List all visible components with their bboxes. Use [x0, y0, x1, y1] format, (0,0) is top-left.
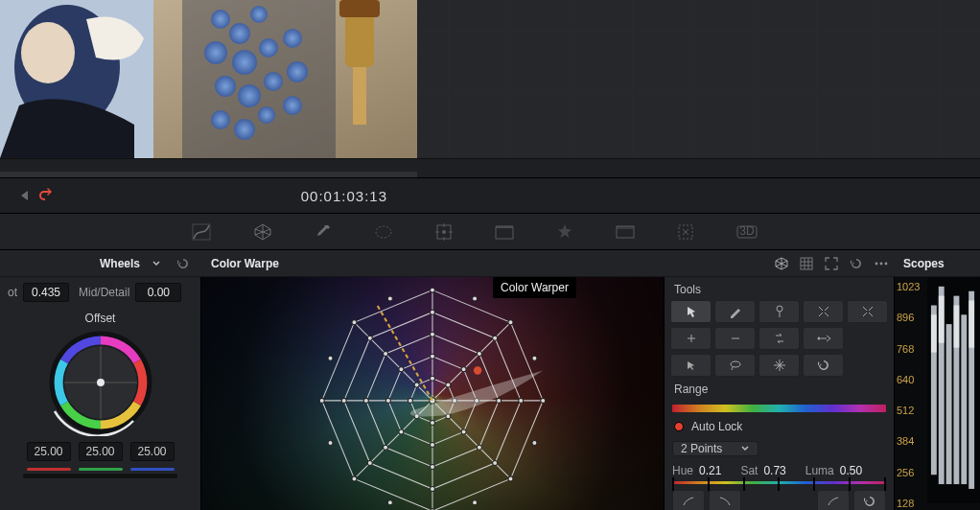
curves-icon[interactable]	[192, 223, 211, 241]
draw-tool-icon[interactable]	[714, 300, 756, 323]
points-dropdown-label: 2 Points	[681, 442, 722, 455]
tracker-icon[interactable]	[435, 223, 453, 241]
more-icon[interactable]	[869, 251, 894, 276]
svg-rect-134	[946, 324, 952, 484]
offset-b-field[interactable]: 25.00	[130, 442, 175, 461]
svg-point-5	[211, 10, 230, 29]
hue-value[interactable]: 0.21	[699, 464, 721, 477]
svg-point-12	[238, 84, 261, 107]
sizing-icon[interactable]	[677, 223, 694, 241]
select-arrow-icon[interactable]	[670, 354, 712, 377]
reset-wheels-icon[interactable]	[171, 251, 196, 276]
wheels-tab[interactable]: Wheels	[90, 257, 150, 270]
svg-point-113	[319, 398, 324, 403]
chevron-down-icon[interactable]	[152, 259, 161, 268]
lasso-icon[interactable]	[714, 354, 756, 377]
mask-ellipse-icon[interactable]	[374, 224, 393, 240]
points-dropdown[interactable]: 2 Points	[672, 441, 758, 456]
autolock-indicator	[674, 422, 684, 431]
offset-g-slider[interactable]	[79, 468, 123, 471]
expand-tool-icon[interactable]	[847, 300, 888, 323]
svg-point-73	[430, 420, 434, 425]
reset-tools-icon[interactable]	[803, 354, 844, 377]
svg-point-53	[885, 262, 888, 265]
offset-master-slider[interactable]	[23, 474, 177, 478]
svg-point-6	[229, 23, 250, 44]
prev-clip-icon[interactable]	[17, 189, 31, 202]
stills-icon[interactable]	[495, 224, 514, 240]
scopes-title: Scopes	[894, 257, 954, 270]
autolock-label[interactable]: Auto Lock	[691, 420, 742, 433]
luma-value[interactable]: 0.50	[840, 464, 862, 477]
reset-range-icon[interactable]	[853, 490, 886, 510]
3d-icon[interactable]: 3D	[736, 225, 758, 239]
sat-value[interactable]: 0.73	[763, 464, 785, 477]
warper-canvas[interactable]	[201, 277, 664, 510]
keyframes-panel-icon[interactable]	[616, 225, 635, 239]
offset-label: Offset	[0, 308, 200, 327]
loop-icon[interactable]	[36, 188, 56, 203]
feather-left-icon[interactable]	[672, 490, 705, 510]
contract-tool-icon[interactable]	[803, 300, 844, 323]
expand-icon[interactable]	[819, 251, 844, 276]
preview-image	[0, 0, 417, 158]
svg-point-118	[474, 366, 481, 374]
timecode-display[interactable]: 00:01:03:13	[301, 188, 387, 204]
svg-point-18	[287, 61, 308, 82]
svg-point-119	[777, 306, 782, 312]
svg-point-59	[97, 379, 105, 386]
param1-label: ot	[8, 286, 17, 299]
hue-label: Hue	[672, 464, 693, 477]
snowflake-lock-icon[interactable]	[758, 354, 800, 377]
svg-point-92	[384, 351, 388, 356]
preview-viewer[interactable]	[0, 0, 417, 158]
svg-rect-4	[182, 0, 336, 158]
svg-point-11	[215, 76, 236, 97]
svg-point-105	[541, 398, 546, 403]
svg-point-114	[328, 356, 333, 360]
pin-tool-icon[interactable]	[758, 300, 800, 323]
svg-point-84	[399, 367, 404, 372]
eyedropper-icon[interactable]	[315, 223, 332, 241]
svg-point-107	[508, 476, 513, 481]
scopes-panel: 1023896 768640 512384 256128	[894, 277, 980, 510]
range-hue-bar[interactable]	[672, 405, 886, 412]
svg-point-116	[387, 296, 392, 301]
svg-point-19	[283, 96, 302, 115]
scope-waveform[interactable]: 1023896 768640 512384 256128	[895, 277, 980, 510]
svg-point-28	[376, 226, 391, 238]
fx-icon[interactable]	[556, 223, 573, 241]
offset-color-wheel[interactable]	[47, 329, 154, 436]
warper-grid-icon[interactable]	[253, 222, 272, 242]
warper-mode-grid-icon[interactable]	[794, 251, 819, 276]
reset-warper-icon[interactable]	[844, 251, 869, 276]
svg-point-82	[399, 429, 404, 434]
remove-point-icon[interactable]	[714, 327, 756, 350]
offset-r-slider[interactable]	[27, 468, 71, 471]
feather-right-icon[interactable]	[709, 490, 741, 510]
warper-mode-hex-icon[interactable]	[769, 251, 794, 276]
scrub-bar[interactable]	[0, 172, 417, 177]
svg-point-110	[387, 500, 392, 505]
node-graph-area[interactable]	[417, 0, 980, 158]
svg-point-126	[731, 361, 740, 367]
swap-icon[interactable]	[758, 327, 800, 350]
svg-point-76	[414, 382, 419, 387]
offset-r-field[interactable]: 25.00	[27, 442, 71, 461]
offset-b-slider[interactable]	[130, 468, 175, 471]
svg-point-89	[430, 465, 434, 470]
svg-point-99	[341, 398, 346, 403]
feather-left2-icon[interactable]	[817, 490, 850, 510]
select-tool-icon[interactable]	[670, 300, 712, 323]
offset-g-field[interactable]: 25.00	[79, 442, 123, 461]
svg-point-85	[430, 332, 434, 336]
svg-point-14	[211, 110, 230, 129]
svg-rect-138	[931, 314, 937, 352]
param1-field[interactable]: 0.435	[23, 283, 69, 302]
hsl-slider[interactable]	[672, 481, 886, 484]
svg-point-75	[408, 398, 412, 403]
svg-point-104	[532, 356, 537, 360]
add-point-icon[interactable]	[670, 327, 712, 350]
param2-field[interactable]: 0.00	[135, 283, 181, 302]
pull-points-icon[interactable]	[803, 327, 844, 350]
